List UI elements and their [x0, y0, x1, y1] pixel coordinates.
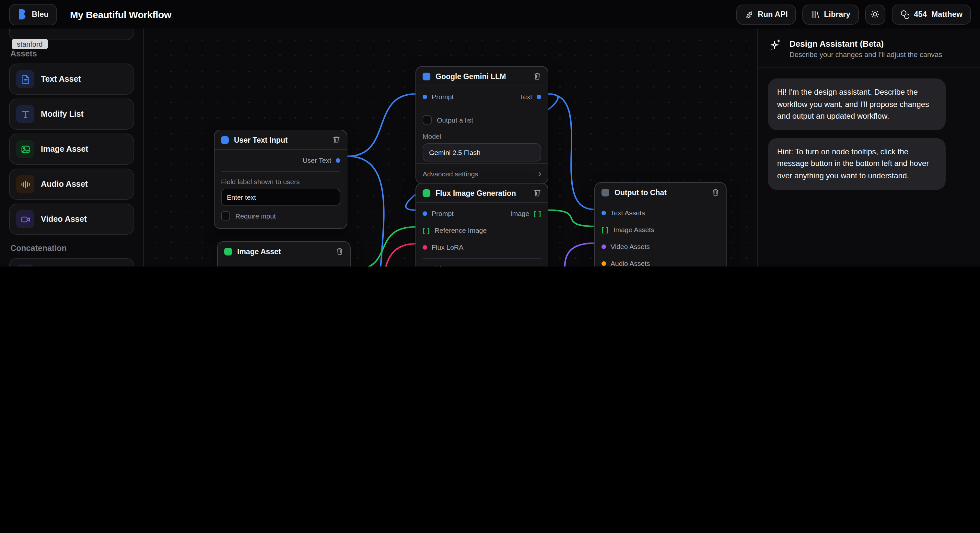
node-type-dot — [423, 189, 430, 197]
api-plug-icon — [745, 10, 753, 19]
input-port-label: Reference Image — [434, 226, 487, 234]
node-type-dot — [224, 247, 232, 255]
advanced-settings-label: Advanced settings — [423, 169, 478, 177]
assistant-message: Hint: To turn on node tooltips, click th… — [768, 138, 945, 190]
port-row: [ ]Reference Image — [416, 222, 548, 239]
node-flux-image-generation[interactable]: Flux Image Generation Prompt Image[ ] [ … — [415, 183, 548, 266]
delete-node-icon[interactable] — [712, 188, 719, 196]
checkbox-row[interactable]: Output a list — [416, 111, 548, 129]
sidebar-item-image-asset[interactable]: Image Asset — [9, 134, 134, 165]
input-port-handle[interactable]: [ ] — [601, 226, 609, 233]
chevron-right-icon: › — [538, 169, 541, 178]
model-label: Model — [416, 261, 548, 266]
bleu-logo-icon — [18, 8, 27, 20]
output-port-handle[interactable] — [537, 94, 541, 99]
output-port-label: Image — [511, 209, 529, 217]
output-list-port-handle[interactable]: [ ] — [534, 209, 541, 217]
credits-coins-icon — [900, 10, 909, 19]
port-row: Image[ ] — [218, 263, 350, 266]
delete-node-icon[interactable] — [533, 189, 541, 197]
sidebar-item-modify-list[interactable]: Modify List — [9, 99, 134, 130]
account-button[interactable]: 454 Matthew — [892, 4, 971, 24]
image-voiceover-icon — [16, 265, 34, 266]
section-heading-assets: Assets — [10, 49, 133, 58]
sun-icon — [871, 10, 880, 19]
node-user-text-input[interactable]: User Text Input User Text Field label sh… — [214, 130, 347, 229]
checkbox-row[interactable]: Require input — [215, 207, 347, 225]
run-api-button[interactable]: Run API — [736, 4, 796, 24]
input-port-handle[interactable] — [601, 261, 606, 265]
output-port-handle[interactable] — [336, 158, 340, 163]
delete-node-icon[interactable] — [332, 136, 340, 144]
design-assistant-panel: Design Assistant (Beta) Describe your ch… — [757, 29, 980, 266]
node-header[interactable]: Output to Chat — [595, 183, 726, 202]
port-row: [ ]Image Assets — [595, 221, 726, 238]
library-icon — [811, 10, 819, 19]
node-type-dot — [221, 136, 229, 144]
input-port-handle[interactable] — [423, 211, 427, 215]
input-port-label: Text Assets — [611, 209, 645, 217]
sidebar-item-video-asset[interactable]: Video Asset — [9, 204, 134, 235]
node-header[interactable]: User Text Input — [215, 130, 347, 150]
node-header[interactable]: Flux Image Generation — [416, 184, 548, 203]
section-heading-concatenation: Concatenation — [10, 244, 133, 253]
advanced-settings-row[interactable]: Advanced settings › — [416, 163, 548, 180]
sidebar-item-image-voiceover[interactable]: Image Voiceover — [9, 258, 134, 266]
sidebar-item-audio-asset[interactable]: Audio Asset — [9, 169, 134, 200]
output-a-list-checkbox[interactable] — [423, 115, 432, 124]
output-port-label: User Text — [303, 156, 331, 164]
field-text-input[interactable] — [221, 189, 340, 206]
video-asset-icon — [16, 210, 34, 228]
top-bar: Bleu My Beautiful Workflow Run API Libra… — [0, 0, 980, 29]
sidebar-item-text-asset[interactable]: Text Asset — [9, 64, 134, 95]
drag-tag: stanford — [12, 39, 48, 49]
model-select[interactable]: Gemini 2.5 Flash — [423, 143, 541, 161]
node-title: Google Gemini LLM — [436, 72, 528, 80]
input-port-handle[interactable]: [ ] — [423, 226, 430, 234]
node-library-sidebar: stanford Assets Text Asset Modify List I… — [0, 29, 144, 266]
node-image-asset[interactable]: Image Asset Image[ ] Image file to uploa… — [217, 241, 351, 266]
input-port-label: Video Assets — [611, 243, 650, 250]
delete-node-icon[interactable] — [336, 247, 344, 255]
checkbox-label: Require input — [235, 212, 276, 220]
output-port-label: Text — [520, 93, 532, 101]
node-title: Output to Chat — [614, 188, 706, 196]
port-row: Flux LoRA — [416, 239, 548, 255]
port-row: Prompt Image[ ] — [416, 205, 548, 222]
input-port-label: Audio Assets — [611, 259, 650, 266]
logo-button[interactable]: Bleu — [9, 3, 57, 25]
node-title: User Text Input — [234, 136, 327, 144]
require-input-checkbox[interactable] — [221, 211, 230, 220]
node-output-to-chat[interactable]: Output to Chat Text Assets [ ]Image Asse… — [594, 182, 727, 266]
run-api-label: Run API — [758, 10, 788, 19]
port-row: Audio Assets — [595, 255, 726, 266]
node-title: Image Asset — [237, 247, 331, 255]
input-port-handle[interactable] — [423, 245, 427, 249]
input-port-handle[interactable] — [601, 244, 606, 249]
input-port-label: Image Assets — [614, 226, 654, 233]
node-header[interactable]: Image Asset — [218, 242, 350, 261]
node-type-dot — [423, 72, 430, 80]
port-row: Video Assets — [595, 238, 726, 255]
theme-toggle-button[interactable] — [865, 4, 885, 24]
scrolled-item-remnant[interactable] — [9, 29, 134, 40]
checkbox-label: Output a list — [437, 116, 473, 124]
assistant-messages: Hi! I'm the design assistant. Describe t… — [758, 68, 980, 190]
library-button[interactable]: Library — [803, 4, 859, 24]
logo-label: Bleu — [32, 10, 49, 19]
sidebar-item-label: Audio Asset — [41, 180, 88, 189]
node-header[interactable]: Google Gemini LLM — [416, 67, 548, 86]
assistant-message: Hi! I'm the design assistant. Describe t… — [768, 78, 945, 130]
field-label: Field label shown to users — [215, 174, 347, 187]
input-port-handle[interactable] — [423, 94, 427, 99]
model-label: Model — [416, 129, 548, 142]
node-google-gemini-llm[interactable]: Google Gemini LLM Prompt Text Output a l… — [415, 66, 548, 184]
input-port-label: Flux LoRA — [432, 243, 463, 251]
sidebar-item-label: Video Asset — [41, 215, 87, 224]
input-port-handle[interactable] — [601, 211, 606, 215]
divider — [423, 258, 541, 259]
workflow-app: Bleu My Beautiful Workflow Run API Libra… — [0, 0, 980, 266]
sidebar-item-label: Modify List — [41, 110, 84, 119]
delete-node-icon[interactable] — [533, 72, 541, 80]
assistant-header: Design Assistant (Beta) Describe your ch… — [758, 29, 980, 68]
